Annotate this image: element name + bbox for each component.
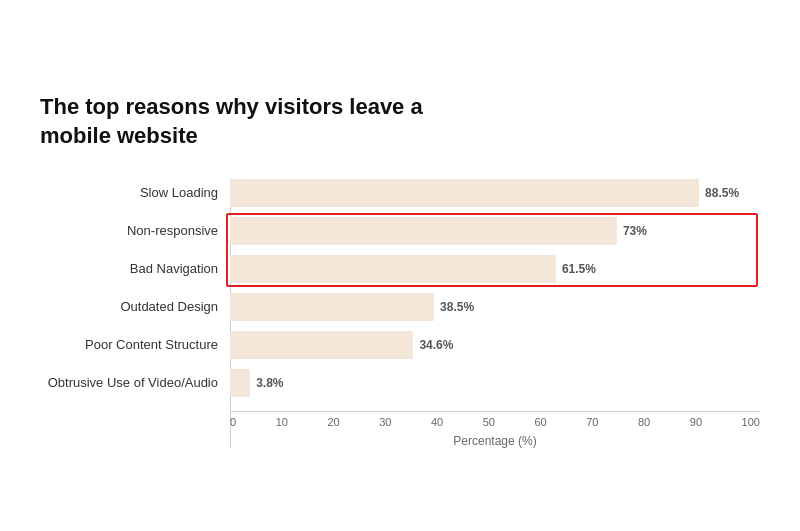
bar-fill bbox=[230, 179, 699, 207]
bar-fill bbox=[230, 293, 434, 321]
bar-row: Slow Loading88.5% bbox=[40, 179, 760, 207]
bar-label: Non-responsive bbox=[40, 223, 230, 238]
bar-row: Bad Navigation61.5% bbox=[40, 255, 760, 283]
chart-container: The top reasons why visitors leave a mob… bbox=[20, 63, 780, 467]
bar-track: 38.5% bbox=[230, 293, 760, 321]
bar-fill bbox=[230, 369, 250, 397]
x-tick: 50 bbox=[483, 412, 495, 428]
bar-value: 38.5% bbox=[440, 300, 474, 314]
bar-fill bbox=[230, 217, 617, 245]
bar-row: Outdated Design38.5% bbox=[40, 293, 760, 321]
chart-area: Slow Loading88.5%Non-responsive73%Bad Na… bbox=[40, 179, 760, 407]
x-tick: 90 bbox=[690, 412, 702, 428]
bar-value: 88.5% bbox=[705, 186, 739, 200]
bar-value: 61.5% bbox=[562, 262, 596, 276]
x-tick: 0 bbox=[230, 412, 236, 428]
bar-label: Outdated Design bbox=[40, 299, 230, 314]
bar-track: 88.5% bbox=[230, 179, 760, 207]
bar-label: Poor Content Structure bbox=[40, 337, 230, 352]
x-tick: 80 bbox=[638, 412, 650, 428]
x-tick: 100 bbox=[742, 412, 760, 428]
bar-label: Bad Navigation bbox=[40, 261, 230, 276]
x-tick: 10 bbox=[276, 412, 288, 428]
x-tick: 70 bbox=[586, 412, 598, 428]
chart-wrapper: Slow Loading88.5%Non-responsive73%Bad Na… bbox=[40, 179, 760, 448]
bar-label: Obtrusive Use of Video/Audio bbox=[40, 375, 230, 390]
bar-value: 34.6% bbox=[419, 338, 453, 352]
bar-track: 61.5% bbox=[230, 255, 760, 283]
bar-row: Non-responsive73% bbox=[40, 217, 760, 245]
x-tick: 40 bbox=[431, 412, 443, 428]
chart-title: The top reasons why visitors leave a mob… bbox=[40, 93, 460, 150]
bar-value: 3.8% bbox=[256, 376, 283, 390]
x-tick: 30 bbox=[379, 412, 391, 428]
bar-value: 73% bbox=[623, 224, 647, 238]
bar-track: 3.8% bbox=[230, 369, 760, 397]
x-axis: 0102030405060708090100 bbox=[230, 411, 760, 428]
x-tick: 20 bbox=[327, 412, 339, 428]
bar-track: 73% bbox=[230, 217, 760, 245]
x-tick: 60 bbox=[534, 412, 546, 428]
x-axis-label: Percentage (%) bbox=[230, 434, 760, 448]
bar-row: Obtrusive Use of Video/Audio3.8% bbox=[40, 369, 760, 397]
bar-fill bbox=[230, 255, 556, 283]
bar-fill bbox=[230, 331, 413, 359]
bar-label: Slow Loading bbox=[40, 185, 230, 200]
x-axis-ticks: 0102030405060708090100 bbox=[230, 412, 760, 428]
bar-track: 34.6% bbox=[230, 331, 760, 359]
bar-row: Poor Content Structure34.6% bbox=[40, 331, 760, 359]
